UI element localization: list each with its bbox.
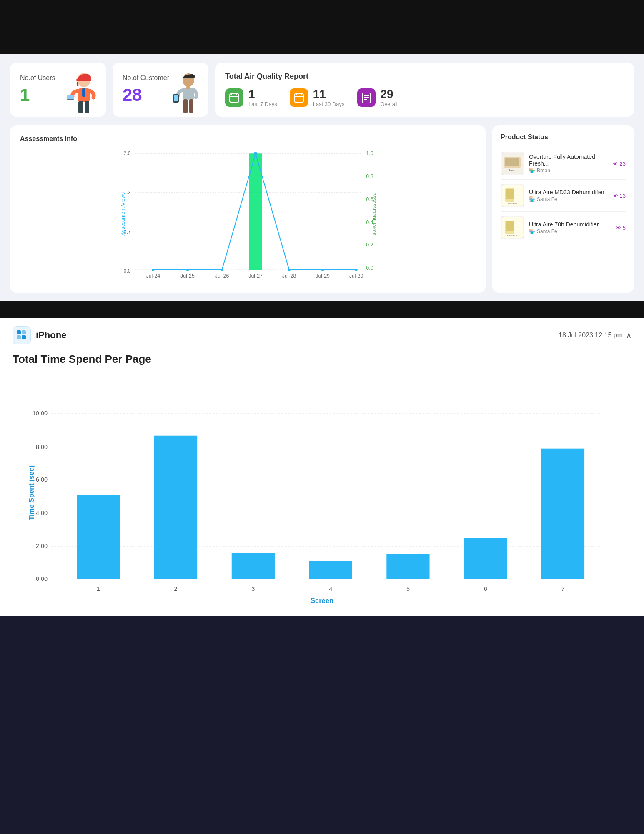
customer-figure xyxy=(172,71,205,117)
svg-rect-5 xyxy=(85,101,89,113)
product-info-2: Ultra Aire MD33 Dehumidifier 🏪 Santa Fe xyxy=(529,189,608,202)
svg-text:6.00: 6.00 xyxy=(36,476,48,483)
svg-text:7: 7 xyxy=(561,585,564,592)
assessment-chart-container: 2.0 1.3 0.7 0.0 1.0 0.8 0.6 0.4 0.2 0.0 xyxy=(20,149,476,283)
views-count-2: 13 xyxy=(620,193,626,199)
product-views-2: 👁 13 xyxy=(613,193,626,199)
svg-text:Time Spent (sec): Time Spent (sec) xyxy=(28,465,35,520)
svg-rect-64 xyxy=(506,189,514,199)
product-views-1: 👁 23 xyxy=(613,161,626,167)
svg-text:5: 5 xyxy=(406,585,410,592)
air-quality-title: Total Air Quality Report xyxy=(225,72,624,81)
eye-icon-2: 👁 xyxy=(613,193,618,199)
air-metric-icon-7days xyxy=(225,88,243,107)
assessment-chart-title: Assessments Info xyxy=(20,135,476,143)
svg-point-48 xyxy=(355,269,358,271)
bar-5 xyxy=(386,554,429,579)
product-brand-3: 🏪 Santa Fe xyxy=(529,229,611,234)
svg-rect-7 xyxy=(67,99,74,100)
svg-text:6: 6 xyxy=(484,585,487,592)
iphone-icon-box xyxy=(13,326,31,344)
product-brand-1: 🏪 Broan xyxy=(529,168,608,173)
product-thumb-1: Broan xyxy=(501,152,524,175)
brand-icon-1: 🏪 xyxy=(529,168,535,173)
brand-label-1: Broan xyxy=(537,168,550,173)
svg-point-42 xyxy=(152,269,154,271)
views-count-3: 5 xyxy=(623,225,626,231)
svg-text:2.0: 2.0 xyxy=(124,151,131,156)
svg-text:Assessment Taken: Assessment Taken xyxy=(371,192,377,236)
svg-point-46 xyxy=(288,269,291,271)
iphone-label: iPhone xyxy=(36,330,66,341)
product-info-1: Overture Fully Automated Fresh... 🏪 Broa… xyxy=(529,153,608,173)
svg-text:0.8: 0.8 xyxy=(366,173,373,179)
svg-rect-71 xyxy=(22,330,26,334)
product-info-3: Ultra Aire 70h Dehumidifier 🏪 Santa Fe xyxy=(529,221,611,234)
air-metric-num-overall: 29 xyxy=(381,88,398,101)
svg-text:10.00: 10.00 xyxy=(33,410,48,417)
product-item-3[interactable]: Santa Fe Ultra Aire 70h Dehumidifier 🏪 S… xyxy=(501,212,626,244)
svg-text:Jul-29: Jul-29 xyxy=(316,273,330,279)
bar-chart-container: Time Spent (sec) 10.00 8.00 6.00 4.00 2.… xyxy=(13,378,631,608)
brand-label-3: Santa Fe xyxy=(537,229,557,234)
main-content-row: Assessments Info 2.0 1.3 0.7 0.0 1.0 0.8… xyxy=(10,125,634,293)
svg-rect-12 xyxy=(189,99,193,113)
svg-text:0.0: 0.0 xyxy=(124,268,131,274)
air-metric-num-30days: 11 xyxy=(313,88,345,101)
svg-point-43 xyxy=(186,269,189,271)
product-name-2: Ultra Aire MD33 Dehumidifier xyxy=(529,189,608,196)
svg-text:0.2: 0.2 xyxy=(366,242,373,248)
customers-stat-card: No.of Customer 28 xyxy=(113,63,208,117)
svg-rect-73 xyxy=(22,335,26,339)
svg-rect-70 xyxy=(17,330,21,334)
svg-text:4.00: 4.00 xyxy=(36,510,48,516)
air-quality-metrics: 1 Last 7 Days 11 xyxy=(225,88,624,107)
svg-rect-68 xyxy=(506,221,514,231)
chevron-up-icon[interactable]: ∧ xyxy=(626,331,631,340)
svg-text:Assessment Views: Assessment Views xyxy=(120,192,126,236)
user-figure xyxy=(65,71,103,117)
svg-rect-14 xyxy=(174,95,178,101)
svg-text:Broan: Broan xyxy=(509,169,516,172)
top-black-bar xyxy=(0,0,644,54)
product-name-3: Ultra Aire 70h Dehumidifier xyxy=(529,221,611,228)
stats-row: No.of Users 1 xyxy=(10,63,634,117)
brand-icon-3: 🏪 xyxy=(529,229,535,234)
iphone-section: iPhone 18 Jul 2023 12:15 pm ∧ Total Time… xyxy=(0,318,644,616)
svg-rect-9 xyxy=(183,88,194,100)
svg-rect-6 xyxy=(67,95,74,100)
eye-icon-3: 👁 xyxy=(616,225,621,231)
bar-7 xyxy=(541,449,584,579)
air-metric-label-7days: Last 7 Days xyxy=(248,101,277,107)
svg-rect-15 xyxy=(230,94,239,102)
svg-text:Santa Fe: Santa Fe xyxy=(507,202,518,205)
product-status-title: Product Status xyxy=(501,133,626,141)
svg-text:0.00: 0.00 xyxy=(36,575,48,582)
svg-text:4: 4 xyxy=(329,585,332,592)
svg-rect-3 xyxy=(82,88,85,97)
svg-rect-60 xyxy=(505,158,519,166)
eye-icon-1: 👁 xyxy=(613,161,618,167)
product-thumb-2: Santa Fe xyxy=(501,184,524,207)
svg-text:2.00: 2.00 xyxy=(36,543,48,549)
svg-text:8.00: 8.00 xyxy=(36,444,48,450)
product-status-section: Product Status Broan Overture Fully Auto… xyxy=(492,125,634,293)
svg-text:Jul-28: Jul-28 xyxy=(282,273,296,279)
iphone-date-text: 18 Jul 2023 12:15 pm xyxy=(559,332,623,339)
svg-text:1: 1 xyxy=(97,585,100,592)
svg-text:1.0: 1.0 xyxy=(366,151,373,156)
svg-rect-10 xyxy=(186,86,190,89)
product-item-1[interactable]: Broan Overture Fully Automated Fresh... … xyxy=(501,148,626,180)
svg-text:Santa Fe: Santa Fe xyxy=(507,234,518,237)
product-thumb-3: Santa Fe xyxy=(501,216,524,239)
svg-text:Jul-24: Jul-24 xyxy=(146,273,160,279)
svg-text:Jul-25: Jul-25 xyxy=(180,273,195,279)
air-metric-info-overall: 29 Overall xyxy=(381,88,398,107)
svg-text:2: 2 xyxy=(174,585,178,592)
svg-rect-1 xyxy=(76,79,91,81)
svg-text:Jul-27: Jul-27 xyxy=(248,273,263,279)
brand-label-2: Santa Fe xyxy=(537,196,557,202)
product-item-2[interactable]: Santa Fe Ultra Aire MD33 Dehumidifier 🏪 … xyxy=(501,180,626,212)
svg-text:Jul-30: Jul-30 xyxy=(349,273,363,279)
bar-6 xyxy=(464,538,507,579)
